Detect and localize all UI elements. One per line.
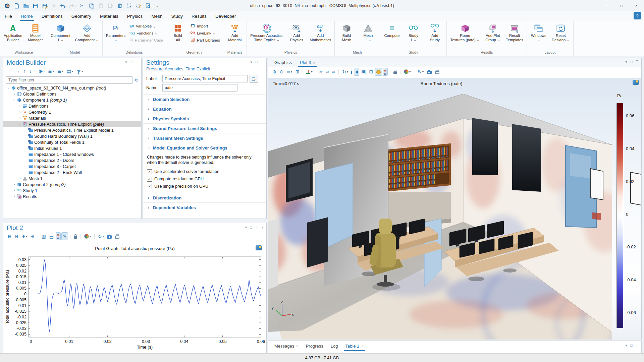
checkbox-box[interactable]: ✓ (147, 184, 152, 189)
menu-home[interactable]: Home (16, 11, 37, 21)
pin-panel-icon[interactable]: ⊤ (635, 343, 639, 348)
ribbon-livelink[interactable]: LiveLink ⌄ (189, 29, 221, 37)
float-panel-icon[interactable]: □ (255, 60, 258, 64)
graphics-snapshot-icon[interactable] (633, 80, 639, 85)
save-as-button[interactable] (41, 2, 49, 10)
tree-node-component-2[interactable]: ›Component 2(comp2) (3, 181, 141, 187)
delete-button[interactable] (116, 2, 124, 10)
tree-node-study-1[interactable]: ›Study 1 (3, 187, 141, 193)
menu-definitions[interactable]: Definitions (37, 11, 67, 21)
menu-results[interactable]: Results (187, 11, 211, 21)
plot2-chart[interactable]: 0.030.0250.020.0150.010.0050-0.005-0.01-… (3, 223, 267, 354)
ribbon-part-libraries[interactable]: Part Libraries (189, 37, 221, 44)
checkbox-use-accelerated-solver-formulation[interactable]: ✓Use accelerated solver formulation (147, 168, 262, 175)
tree-node-continuity-of-total-fields-1[interactable]: DContinuity of Total Fields 1 (3, 139, 141, 145)
ribbon-add-physics[interactable]: AddPhysics (286, 22, 307, 43)
ribbon-import[interactable]: Import (189, 22, 221, 29)
tree-expander[interactable]: › (12, 92, 17, 96)
rotate-button[interactable]: ↻▾ (341, 68, 350, 76)
tree-node-sound-hard-boundary-wall-1[interactable]: DSound Hard Boundary (Wall) 1 (3, 133, 141, 139)
window-minimize-button[interactable]: ─ (599, 0, 614, 11)
select-button[interactable] (125, 2, 133, 10)
tree-node-results[interactable]: ›Results (3, 193, 141, 199)
open-button[interactable] (22, 2, 30, 10)
ribbon-component-1[interactable]: Component1 ⌄ (49, 22, 72, 43)
move-up-button[interactable]: ↑ (22, 67, 27, 75)
ribbon-reset-desktop[interactable]: ResetDesktop ⌄ (550, 22, 572, 43)
window-close-button[interactable]: × (629, 0, 644, 11)
tree-node-pressure-acoustics-time-explicit-model-1[interactable]: DPressure Acoustics, Time Explicit Model… (3, 127, 141, 133)
overflow-button[interactable]: ⌄ (153, 2, 161, 10)
transparency-button[interactable]: ▣ (360, 68, 367, 76)
menu-file[interactable]: File (0, 11, 16, 21)
ribbon-parameters[interactable]: PiParameters⌄ (104, 22, 127, 43)
tree-node-impedance-2-doors[interactable]: Impedance 2 - Doors (3, 157, 141, 163)
float-panel-icon[interactable]: □ (630, 60, 633, 64)
close-tab-icon[interactable]: × (313, 61, 315, 65)
tree-expander[interactable]: › (12, 189, 17, 192)
tree-node-global-definitions[interactable]: ›Global Definitions (3, 91, 141, 97)
zoom-box-button[interactable]: ⊕▾ (285, 68, 293, 76)
ribbon-application-builder[interactable]: AApplicationBuilder (2, 22, 24, 43)
tree-expander[interactable]: › (12, 98, 16, 103)
tree-expander[interactable]: › (12, 195, 17, 198)
axes-button[interactable]: ▾ (305, 68, 314, 76)
float-panel-icon[interactable]: □ (130, 60, 132, 64)
refresh-filter-icon[interactable]: ↻ (135, 77, 139, 83)
collapse-panel-icon[interactable]: ▾ (245, 225, 247, 230)
columns-button[interactable]: ▤▾ (65, 67, 74, 75)
menu-physics[interactable]: Physics (123, 11, 147, 21)
filter-button[interactable]: ▾ (75, 67, 85, 75)
ribbon-add-mathematics[interactable]: ΔUAddMathematics (308, 22, 333, 43)
section-discretization[interactable]: ›Discretization (143, 193, 266, 202)
checkbox-use-single-precision-on-gpu[interactable]: ✓Use single precision on GPU (147, 183, 262, 190)
dock-tab-progress[interactable]: Progress (303, 341, 327, 351)
menu-geometry[interactable]: Geometry (67, 11, 96, 21)
move-down-button[interactable]: ↓ (28, 67, 33, 75)
ribbon-model-manager[interactable]: ModelManager (25, 22, 46, 43)
close-panel-icon[interactable]: × (262, 225, 264, 230)
section-dependent-variables[interactable]: ›Dependent Variables (143, 202, 266, 212)
tab-plot-3[interactable]: Plot 3× (297, 58, 319, 67)
tree-node-definitions[interactable]: ›Definitions (3, 103, 141, 109)
ribbon-windows[interactable]: Windows⌄ (528, 22, 549, 43)
ribbon-result-templates[interactable]: ResultTemplates (504, 22, 525, 43)
ribbon-add-material[interactable]: AddMaterial (224, 22, 245, 43)
ribbon-functions[interactable]: f(x)Functions ⌄ (128, 29, 164, 37)
section-equation[interactable]: ›Equation (143, 104, 266, 114)
xy-button[interactable]: xy (318, 68, 324, 76)
copy-button[interactable] (88, 2, 96, 10)
new-button[interactable] (12, 2, 20, 10)
tree-node-geometry-1[interactable]: ›AGeometry 1 (3, 109, 141, 115)
tree-node-impedance-3-carpet[interactable]: Impedance 3 - Carpet (3, 163, 141, 169)
pin-panel-icon[interactable]: ⊤ (255, 225, 259, 230)
ribbon-variables[interactable]: a=Variables ⌄ (128, 22, 164, 29)
scenelight-button[interactable] (375, 68, 382, 76)
tree-node-office-space-63-30t0-n4-ma-out-mph[interactable]: ›office_space_63_30T0_N4_ma_out.mph(root… (3, 85, 141, 91)
rename-button[interactable] (250, 75, 258, 83)
pin-panel-icon[interactable]: ⊤ (635, 60, 639, 64)
ribbon-add-plot-group[interactable]: Add PlotGroup ⌄ (482, 22, 503, 43)
tree-filter-input[interactable] (6, 76, 132, 84)
menu-developer[interactable]: Developer (211, 11, 240, 21)
forward-button[interactable]: → (14, 67, 21, 75)
dock-tab-messages[interactable]: Messages× (271, 341, 302, 351)
dock-tab-table-1[interactable]: Table 1× (342, 341, 367, 351)
ribbon-add-study[interactable]: AddStudy (424, 22, 445, 43)
run-button[interactable] (50, 2, 58, 10)
cut-button[interactable]: ✂ (78, 2, 86, 10)
tree-expander[interactable]: › (17, 177, 22, 180)
collapse-panel-icon[interactable]: ▾ (250, 60, 252, 64)
dock-tab-log[interactable]: Log (327, 341, 341, 351)
ribbon-pressure-acoustics-time-explicit[interactable]: Pressure Acoustics,Time Explicit ⌄ (248, 22, 285, 43)
deselect-button[interactable] (135, 2, 143, 10)
yz-button[interactable]: yz (324, 68, 330, 76)
logo-button[interactable] (3, 2, 11, 10)
ribbon-compute[interactable]: =Compute (381, 22, 402, 39)
tree-node-component-1[interactable]: ›Component 1(comp 1) (3, 97, 141, 103)
ribbon-build-all[interactable]: BuildAll (167, 22, 188, 43)
checkbox-box[interactable]: ✓ (147, 169, 152, 174)
ribbon-build-mesh[interactable]: BuildMesh (336, 22, 357, 43)
checkbox-compute-residual-on-gpu[interactable]: ✓Compute residual on GPU (147, 175, 262, 183)
tree-expander[interactable]: › (18, 122, 22, 127)
